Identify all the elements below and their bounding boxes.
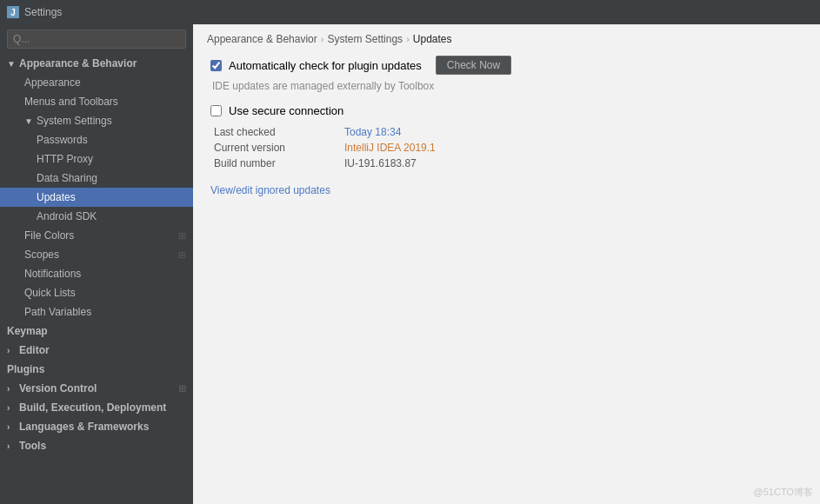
sidebar-item-system-settings[interactable]: ▼ System Settings	[0, 111, 193, 130]
content-body: Automatically check for plugin updates C…	[193, 52, 820, 214]
view-edit-link[interactable]: View/edit ignored updates	[210, 184, 330, 196]
sidebar-item-quick-lists[interactable]: Quick Lists	[0, 283, 193, 302]
sidebar-label: Menus and Toolbars	[24, 96, 118, 108]
sidebar-label: Plugins	[7, 363, 44, 375]
field-label: Build number	[214, 157, 344, 169]
sidebar-label: Android SDK	[37, 210, 97, 222]
sidebar-label: Scopes	[24, 249, 59, 261]
sidebar-item-file-colors[interactable]: File Colors ⊞	[0, 226, 193, 245]
breadcrumb-part-2: System Settings	[327, 33, 403, 45]
chevron-right-icon: ›	[7, 346, 16, 355]
sidebar-item-path-variables[interactable]: Path Variables	[0, 302, 193, 322]
sidebar-item-plugins[interactable]: Plugins	[0, 360, 193, 379]
watermark: @51CTO博客	[754, 486, 813, 499]
chevron-right-icon: ›	[7, 384, 16, 394]
sidebar-item-passwords[interactable]: Passwords	[0, 130, 193, 149]
secure-connection-checkbox[interactable]	[210, 105, 222, 116]
sidebar-label: Updates	[37, 191, 76, 203]
breadcrumb-current: Updates	[413, 33, 452, 45]
auto-check-checkbox[interactable]	[210, 60, 222, 71]
sidebar-label: Tools	[19, 440, 46, 452]
sidebar-label: Appearance & Behavior	[19, 57, 137, 70]
sidebar-label: File Colors	[24, 229, 74, 242]
field-label: Current version	[214, 142, 344, 154]
sidebar-label: Keymap	[7, 325, 48, 337]
breadcrumb-separator: ›	[321, 34, 324, 44]
breadcrumb-separator: ›	[406, 34, 410, 44]
search-container	[0, 24, 193, 54]
breadcrumb-part-1: Appearance & Behavior	[207, 33, 317, 45]
secure-connection-row: Use secure connection	[210, 104, 803, 117]
sidebar-label: Version Control	[19, 382, 97, 395]
field-value-build-number: IU-191.6183.87	[344, 157, 417, 169]
sidebar-item-android-sdk[interactable]: Android SDK	[0, 207, 193, 226]
chevron-right-icon: ›	[7, 441, 16, 451]
sidebar-item-languages-frameworks[interactable]: › Languages & Frameworks	[0, 417, 193, 436]
title-bar: J Settings	[0, 0, 820, 24]
sidebar-item-appearance[interactable]: Appearance	[0, 73, 193, 92]
chevron-down-icon: ▼	[24, 116, 33, 126]
sidebar-item-http-proxy[interactable]: HTTP Proxy	[0, 149, 193, 169]
window-title: Settings	[24, 6, 62, 18]
field-value-last-checked: Today 18:34	[344, 126, 401, 138]
secure-connection-label: Use secure connection	[229, 104, 343, 117]
sidebar-item-build-execution[interactable]: › Build, Execution, Deployment	[0, 398, 193, 417]
auto-check-row: Automatically check for plugin updates C…	[210, 56, 803, 75]
sidebar: ▼ Appearance & Behavior Appearance Menus…	[0, 24, 193, 504]
add-icon: ⊞	[178, 383, 186, 395]
info-row-build-number: Build number IU-191.6183.87	[214, 157, 803, 169]
sidebar-item-version-control[interactable]: › Version Control ⊞	[0, 379, 193, 398]
sidebar-label: System Settings	[37, 115, 112, 127]
chevron-right-icon: ›	[7, 403, 16, 413]
check-now-button[interactable]: Check Now	[436, 56, 511, 75]
chevron-right-icon: ›	[7, 422, 16, 432]
app-icon: J	[7, 6, 19, 18]
sidebar-label: Editor	[19, 344, 50, 356]
sidebar-label: Path Variables	[24, 306, 91, 318]
sidebar-item-updates[interactable]: Updates	[0, 188, 193, 207]
field-value-current-version: IntelliJ IDEA 2019.1	[344, 142, 436, 154]
sidebar-label: Languages & Frameworks	[19, 421, 149, 433]
breadcrumb: Appearance & Behavior › System Settings …	[193, 24, 820, 52]
sidebar-item-appearance-behavior[interactable]: ▼ Appearance & Behavior	[0, 54, 193, 73]
sidebar-label: Passwords	[37, 134, 88, 146]
sidebar-label: Data Sharing	[37, 172, 97, 184]
info-table: Last checked Today 18:34 Current version…	[214, 126, 803, 169]
info-row-current-version: Current version IntelliJ IDEA 2019.1	[214, 142, 803, 154]
main-layout: ▼ Appearance & Behavior Appearance Menus…	[0, 24, 820, 504]
add-icon: ⊞	[178, 249, 186, 261]
field-label: Last checked	[214, 126, 344, 138]
content-area: Appearance & Behavior › System Settings …	[193, 24, 820, 504]
sidebar-item-keymap[interactable]: Keymap	[0, 322, 193, 341]
sidebar-item-tools[interactable]: › Tools	[0, 436, 193, 455]
sidebar-item-notifications[interactable]: Notifications	[0, 264, 193, 283]
sidebar-item-scopes[interactable]: Scopes ⊞	[0, 245, 193, 264]
chevron-down-icon: ▼	[7, 59, 16, 69]
add-icon: ⊞	[178, 230, 186, 242]
info-row-last-checked: Last checked Today 18:34	[214, 126, 803, 138]
sidebar-label: Quick Lists	[24, 287, 76, 299]
hint-text: IDE updates are managed externally by To…	[212, 80, 803, 92]
search-input[interactable]	[7, 30, 186, 49]
sidebar-label: Build, Execution, Deployment	[19, 401, 166, 414]
sidebar-item-menus-toolbars[interactable]: Menus and Toolbars	[0, 92, 193, 111]
sidebar-item-editor[interactable]: › Editor	[0, 341, 193, 360]
sidebar-item-data-sharing[interactable]: Data Sharing	[0, 169, 193, 188]
sidebar-label: Appearance	[24, 76, 81, 89]
auto-check-label: Automatically check for plugin updates	[229, 59, 422, 72]
sidebar-label: Notifications	[24, 268, 81, 280]
sidebar-label: HTTP Proxy	[37, 153, 93, 165]
